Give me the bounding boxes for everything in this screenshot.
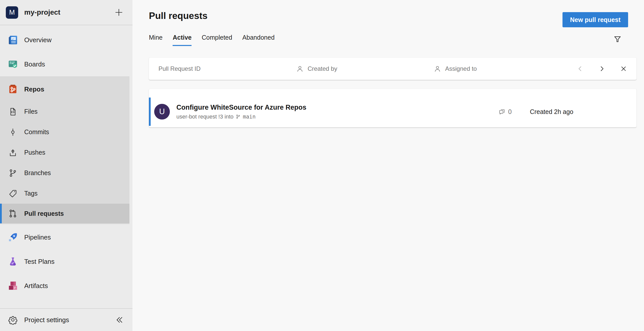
pull-request-text: Configure WhiteSource for Azure Repos us… bbox=[176, 104, 306, 120]
pipelines-icon bbox=[7, 232, 19, 243]
target-branch[interactable]: main bbox=[243, 114, 256, 120]
sidebar-item-label: Pushes bbox=[24, 149, 45, 156]
overview-icon bbox=[7, 35, 19, 45]
sidebar-item-label: Pipelines bbox=[24, 233, 51, 241]
avatar: U bbox=[154, 104, 170, 120]
sidebar-item-label: Branches bbox=[24, 169, 51, 177]
created-time: Created 2h ago bbox=[530, 108, 573, 115]
filter-bar: Pull Request ID Created by Assigned to bbox=[149, 58, 636, 80]
sidebar: M my-project Overview bbox=[0, 0, 132, 331]
test-plans-icon bbox=[7, 256, 19, 267]
collapse-sidebar-icon[interactable] bbox=[114, 315, 123, 324]
sidebar-item-branches[interactable]: Branches bbox=[0, 163, 129, 183]
pull-request-meta: 0 Created 2h ago bbox=[498, 108, 573, 115]
previous-filters-icon[interactable] bbox=[576, 65, 584, 73]
tab-mine[interactable]: Mine bbox=[149, 34, 163, 46]
sidebar-item-label: Tags bbox=[24, 190, 38, 197]
project-name: my-project bbox=[24, 8, 60, 16]
repos-icon bbox=[7, 84, 19, 94]
created-by-placeholder: Created by bbox=[308, 65, 337, 72]
sidebar-item-label: Overview bbox=[24, 36, 51, 44]
next-filters-icon[interactable] bbox=[598, 65, 606, 73]
tags-icon bbox=[7, 189, 19, 198]
project-settings[interactable]: Project settings bbox=[0, 308, 132, 331]
project-logo: M bbox=[6, 6, 18, 19]
sidebar-item-label: Repos bbox=[24, 85, 44, 93]
pull-request-id-placeholder: Pull Request ID bbox=[158, 65, 201, 72]
assigned-to-filter[interactable]: Assigned to bbox=[434, 65, 571, 73]
artifacts-icon bbox=[7, 280, 19, 291]
pull-request-id-filter[interactable]: Pull Request ID bbox=[158, 65, 296, 72]
comments-icon bbox=[498, 108, 506, 115]
close-filter-icon[interactable] bbox=[620, 65, 627, 73]
gear-icon bbox=[7, 315, 19, 325]
sidebar-item-label: Test Plans bbox=[24, 258, 55, 266]
sidebar-item-files[interactable]: Files bbox=[0, 101, 129, 122]
pushes-icon bbox=[7, 148, 19, 157]
tab-completed[interactable]: Completed bbox=[202, 34, 232, 46]
project-settings-label: Project settings bbox=[24, 316, 69, 324]
new-pull-request-button[interactable]: New pull request bbox=[562, 12, 628, 27]
person-icon bbox=[296, 65, 304, 73]
sidebar-item-label: Pull requests bbox=[24, 210, 64, 217]
pull-request-row[interactable]: U Configure WhiteSource for Azure Repos … bbox=[149, 98, 636, 126]
sidebar-item-tags[interactable]: Tags bbox=[0, 183, 129, 204]
sidebar-item-repos[interactable]: Repos bbox=[0, 77, 129, 101]
pull-request-subtitle: user-bot request !3 into main bbox=[176, 113, 306, 120]
pull-requests-icon bbox=[7, 209, 19, 218]
sidebar-item-boards[interactable]: Boards bbox=[0, 52, 129, 76]
pull-request-list: U Configure WhiteSource for Azure Repos … bbox=[149, 89, 636, 127]
project-header: M my-project bbox=[0, 0, 132, 25]
sidebar-item-pushes[interactable]: Pushes bbox=[0, 142, 129, 163]
tab-bar: Mine Active Completed Abandoned bbox=[149, 34, 636, 46]
tab-active[interactable]: Active bbox=[173, 34, 192, 46]
sidebar-item-label: Boards bbox=[24, 60, 45, 68]
main-content: Pull requests New pull request Mine Acti… bbox=[132, 0, 644, 331]
sidebar-item-overview[interactable]: Overview bbox=[0, 28, 129, 52]
pull-request-title[interactable]: Configure WhiteSource for Azure Repos bbox=[176, 104, 306, 111]
created-by-filter[interactable]: Created by bbox=[296, 65, 434, 73]
sidebar-nav: Overview Boards bbox=[0, 25, 132, 308]
sidebar-item-label: Commits bbox=[24, 128, 49, 136]
repos-group: Repos Files Commits bbox=[0, 76, 129, 224]
pull-request-source: user-bot request !3 into bbox=[176, 113, 233, 120]
sidebar-item-artifacts[interactable]: Artifacts bbox=[0, 274, 129, 298]
sidebar-item-pipelines[interactable]: Pipelines bbox=[0, 225, 129, 249]
tab-abandoned[interactable]: Abandoned bbox=[242, 34, 275, 46]
sidebar-item-pull-requests[interactable]: Pull requests bbox=[0, 204, 129, 223]
comment-count: 0 bbox=[498, 108, 512, 115]
sidebar-item-commits[interactable]: Commits bbox=[0, 122, 129, 142]
files-icon bbox=[7, 107, 19, 116]
filter-nav bbox=[576, 65, 636, 73]
commits-icon bbox=[7, 128, 19, 137]
comment-count-value: 0 bbox=[508, 108, 512, 115]
add-project-icon[interactable] bbox=[114, 7, 124, 17]
assigned-to-placeholder: Assigned to bbox=[445, 65, 477, 72]
boards-icon bbox=[7, 59, 19, 69]
sidebar-item-label: Artifacts bbox=[24, 282, 48, 290]
person-icon bbox=[434, 65, 441, 73]
sidebar-item-label: Files bbox=[24, 108, 38, 115]
sidebar-item-test-plans[interactable]: Test Plans bbox=[0, 249, 129, 274]
branch-icon bbox=[236, 114, 240, 119]
branches-icon bbox=[7, 169, 19, 178]
filter-icon[interactable] bbox=[613, 35, 622, 43]
